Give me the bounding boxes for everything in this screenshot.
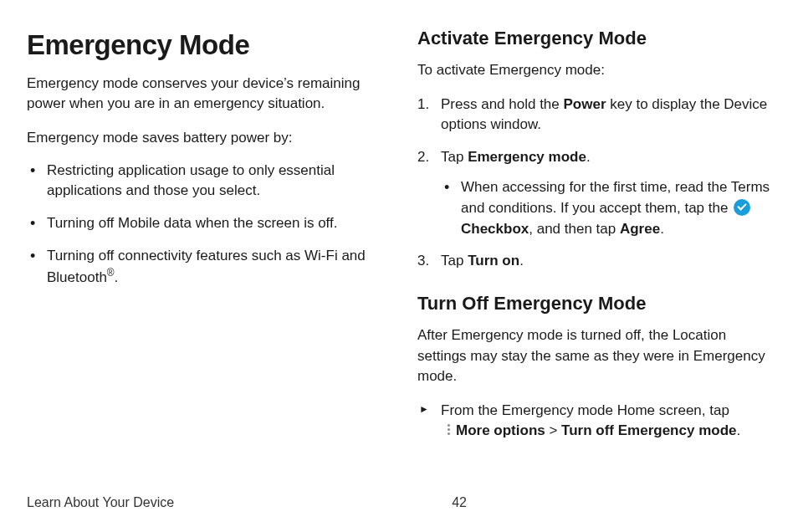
bullet-item: Restricting application usage to only es… [27, 161, 381, 202]
power-key-label: Power [563, 96, 606, 112]
step-text: Tap [441, 149, 468, 165]
footer-section: Learn About Your Device [27, 493, 174, 512]
checkbox-label: Checkbox [461, 221, 529, 237]
bullet-period: . [115, 269, 119, 285]
more-options-label: More options [456, 422, 545, 438]
step-text: . [519, 253, 524, 269]
lead-paragraph: Emergency mode saves battery power by: [27, 128, 381, 149]
bullet-item: Turning off connectivity features such a… [27, 246, 381, 289]
activate-steps: Press and hold the Power key to display … [417, 95, 771, 272]
arrow-item: From the Emergency mode Home screen, tap… [417, 401, 771, 442]
emergency-mode-label: Emergency mode [468, 149, 586, 165]
step-text: . [586, 149, 591, 165]
more-options-icon [444, 422, 454, 437]
turn-off-label: Turn off Emergency mode [561, 422, 736, 438]
page-columns: Emergency Mode Emergency mode conserves … [27, 25, 771, 453]
turnoff-heading: Turn Off Emergency Mode [417, 290, 771, 317]
step-text: Press and hold the [441, 96, 563, 112]
agree-label: Agree [620, 221, 660, 237]
activate-heading: Activate Emergency Mode [417, 25, 771, 52]
checkbox-icon [734, 199, 750, 216]
turnoff-steps: From the Emergency mode Home screen, tap… [417, 401, 771, 442]
arrow-text: . [736, 422, 740, 438]
step-item: Tap Turn on. [417, 251, 771, 272]
sub-bullet-text: . [660, 221, 664, 237]
page-title: Emergency Mode [27, 25, 381, 65]
right-column: Activate Emergency Mode To activate Emer… [417, 25, 771, 453]
left-column: Emergency Mode Emergency mode conserves … [27, 25, 381, 453]
footer-page-number: 42 [452, 493, 467, 512]
turn-on-label: Turn on [468, 253, 519, 269]
step-text: Tap [441, 253, 468, 269]
step-item: Press and hold the Power key to display … [417, 95, 771, 136]
breadcrumb-separator: > [545, 422, 561, 438]
arrow-text: From the Emergency mode Home screen, tap [441, 402, 729, 418]
step-item: Tap Emergency mode. When accessing for t… [417, 147, 771, 240]
bullet-text: Turning off connectivity features such a… [47, 248, 366, 285]
turnoff-lead: After Emergency mode is turned off, the … [417, 325, 771, 387]
sub-bullet-text: When accessing for the first time, read … [461, 179, 770, 216]
activate-lead: To activate Emergency mode: [417, 60, 771, 81]
sub-bullet-item: When accessing for the first time, read … [441, 177, 771, 239]
step-sub-bullets: When accessing for the first time, read … [441, 177, 771, 239]
intro-paragraph: Emergency mode conserves your device’s r… [27, 74, 381, 115]
registered-mark: ® [107, 267, 115, 279]
page-footer: Learn About Your Device 42 [27, 493, 771, 512]
bullet-item: Turning off Mobile data when the screen … [27, 213, 381, 234]
sub-bullet-text: , and then tap [529, 221, 620, 237]
feature-bullets: Restricting application usage to only es… [27, 161, 381, 289]
